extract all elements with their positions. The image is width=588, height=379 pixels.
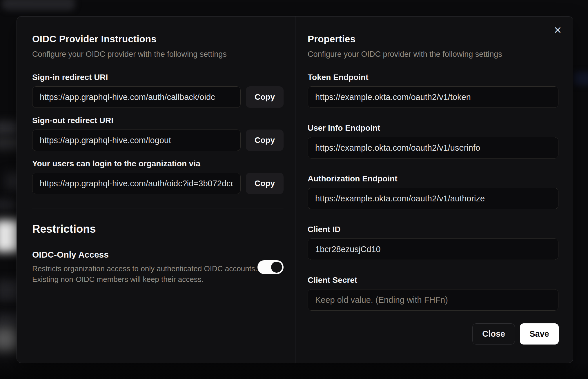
modal-footer: Close Save (308, 323, 559, 345)
authorization-endpoint-field: Authorization Endpoint (308, 175, 558, 209)
section-divider (32, 209, 284, 209)
sign-out-redirect-field: Sign-out redirect URI Copy (32, 116, 295, 151)
sign-in-redirect-input[interactable] (32, 86, 241, 108)
user-info-endpoint-field: User Info Endpoint (308, 124, 558, 158)
oidc-instructions-panel: OIDC Provider Instructions Configure you… (17, 17, 295, 363)
token-endpoint-label: Token Endpoint (308, 73, 558, 81)
organization-login-field: Your users can login to the organization… (32, 160, 295, 194)
oidc-only-access-row: OIDC-Only Access Restricts organization … (32, 249, 284, 285)
properties-subtitle: Configure your OIDC provider with the fo… (308, 50, 558, 59)
organization-login-input[interactable] (32, 173, 241, 194)
client-id-field: Client ID (308, 225, 558, 260)
client-id-input[interactable] (308, 238, 558, 260)
authorization-endpoint-label: Authorization Endpoint (308, 175, 558, 183)
toggle-knob (271, 262, 282, 273)
backdrop-blur-fragment (2, 0, 75, 10)
token-endpoint-input[interactable] (308, 86, 558, 108)
oidc-provider-modal: OIDC Provider Instructions Configure you… (17, 16, 573, 363)
close-icon[interactable]: ✕ (554, 25, 562, 35)
backdrop-blur-fragment (574, 72, 588, 85)
close-button[interactable]: Close (472, 323, 515, 345)
sign-out-redirect-label: Sign-out redirect URI (32, 116, 295, 125)
copy-sign-in-redirect-button[interactable]: Copy (246, 86, 284, 108)
copy-organization-login-button[interactable]: Copy (246, 173, 284, 194)
sign-in-redirect-field: Sign-in redirect URI Copy (32, 73, 295, 108)
authorization-endpoint-input[interactable] (308, 188, 558, 209)
sign-out-redirect-input[interactable] (32, 130, 241, 151)
backdrop-bottom-fade (0, 362, 588, 379)
instructions-title: OIDC Provider Instructions (32, 33, 295, 45)
save-button[interactable]: Save (520, 323, 559, 345)
copy-sign-out-redirect-button[interactable]: Copy (246, 130, 284, 151)
properties-title: Properties (308, 33, 558, 45)
properties-panel: ✕ Properties Configure your OIDC provide… (295, 17, 573, 363)
backdrop-blur-fragment (0, 199, 16, 211)
client-id-label: Client ID (308, 225, 558, 234)
oidc-only-access-description: Restricts organization access to only au… (32, 263, 257, 285)
client-secret-field: Client Secret (308, 276, 558, 311)
user-info-endpoint-label: User Info Endpoint (308, 124, 558, 132)
client-secret-label: Client Secret (308, 276, 558, 284)
user-info-endpoint-input[interactable] (308, 137, 558, 158)
client-secret-input[interactable] (308, 289, 558, 311)
oidc-only-access-toggle[interactable] (257, 260, 284, 274)
instructions-subtitle: Configure your OIDC provider with the fo… (32, 50, 295, 59)
sign-in-redirect-label: Sign-in redirect URI (32, 73, 295, 81)
oidc-only-access-label: OIDC-Only Access (32, 249, 257, 260)
restrictions-title: Restrictions (32, 222, 295, 236)
token-endpoint-field: Token Endpoint (308, 73, 558, 108)
organization-login-label: Your users can login to the organization… (32, 160, 295, 168)
